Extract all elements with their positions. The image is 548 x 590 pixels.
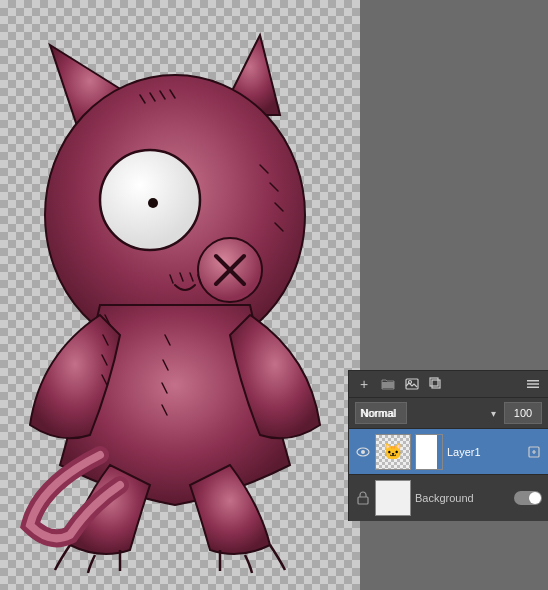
svg-rect-12 — [527, 387, 539, 389]
layer-mask-indicator — [437, 435, 442, 469]
svg-point-14 — [361, 450, 365, 454]
cat-illustration-container — [0, 0, 360, 590]
layers-panel: + Normal Dissolve Multiply Screen Overla… — [348, 370, 548, 521]
svg-rect-11 — [527, 383, 539, 385]
duplicate-icon[interactable] — [427, 375, 445, 393]
svg-rect-16 — [358, 497, 368, 504]
layer-visibility-icon[interactable] — [355, 444, 371, 460]
folder-icon[interactable] — [379, 375, 397, 393]
toggle-knob — [529, 492, 541, 504]
layer-mask-thumbnail — [415, 434, 443, 470]
image-layer-icon[interactable] — [403, 375, 421, 393]
svg-rect-8 — [432, 380, 440, 388]
blend-mode-row: Normal Dissolve Multiply Screen Overlay … — [349, 398, 548, 429]
panel-menu-icon[interactable] — [524, 375, 542, 393]
svg-rect-10 — [527, 380, 539, 382]
svg-point-2 — [148, 198, 158, 208]
opacity-input[interactable] — [504, 402, 542, 424]
background-visibility-toggle[interactable] — [514, 491, 542, 505]
background-row[interactable]: Background — [349, 475, 548, 521]
layer-row-layer1[interactable]: 🐱 Layer1 — [349, 429, 548, 475]
panel-toolbar: + — [349, 371, 548, 398]
svg-rect-9 — [430, 378, 438, 386]
layer-thumb-cat-icon: 🐱 — [383, 442, 403, 461]
blend-mode-wrapper: Normal Dissolve Multiply Screen Overlay … — [355, 402, 500, 424]
blend-mode-select[interactable]: Normal Dissolve Multiply Screen Overlay — [355, 402, 407, 424]
layer-settings-icon[interactable] — [526, 446, 542, 458]
lock-icon — [355, 491, 371, 505]
background-layer-name: Background — [415, 492, 510, 504]
add-layer-icon[interactable]: + — [355, 375, 373, 393]
layer-name: Layer1 — [447, 446, 522, 458]
background-thumbnail — [375, 480, 411, 516]
cat-svg — [20, 15, 340, 575]
layer-thumbnail: 🐱 — [375, 434, 411, 470]
